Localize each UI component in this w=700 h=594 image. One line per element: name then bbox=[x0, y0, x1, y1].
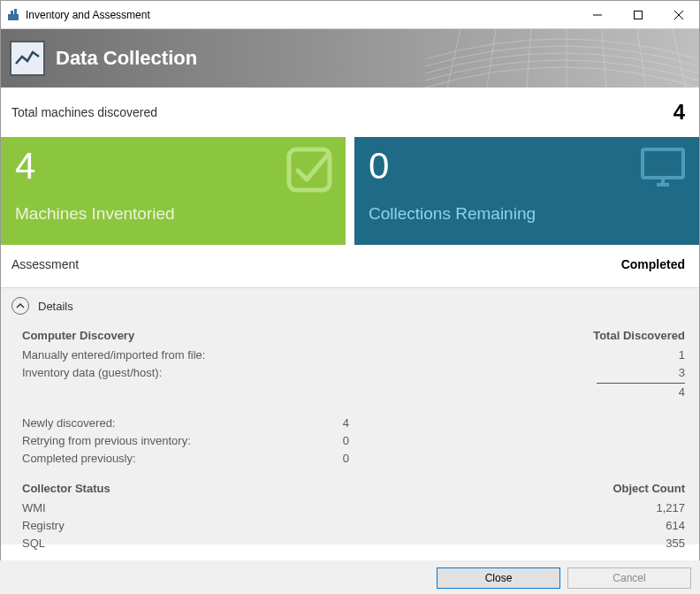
tile-machines-inventoried: 4 Machines Inventoried bbox=[1, 137, 346, 245]
monitor-icon bbox=[639, 146, 687, 191]
grid-decoration bbox=[425, 29, 699, 88]
svg-rect-1 bbox=[11, 11, 13, 14]
inventoried-value: 4 bbox=[15, 148, 331, 185]
discovery-row-value: 1 bbox=[544, 346, 685, 364]
discovery-total-row: 4 bbox=[22, 384, 685, 401]
window-controls bbox=[577, 1, 699, 28]
collector-value: 355 bbox=[544, 535, 685, 552]
remaining-value: 0 bbox=[369, 148, 685, 185]
svg-line-13 bbox=[673, 29, 686, 88]
minimize-button[interactable] bbox=[577, 1, 618, 29]
svg-rect-0 bbox=[8, 14, 19, 20]
svg-rect-14 bbox=[289, 149, 330, 190]
svg-line-9 bbox=[527, 29, 531, 88]
remaining-caption: Collections Remaining bbox=[369, 204, 685, 224]
details-section: Details Computer Discovery Total Discove… bbox=[1, 288, 699, 544]
collector-value: 1,217 bbox=[544, 499, 685, 517]
svg-rect-4 bbox=[635, 11, 643, 19]
collector-label: WMI bbox=[22, 499, 544, 517]
discovery-row: Manually entered/imported from file: 1 bbox=[22, 346, 685, 364]
collector-label: SQL bbox=[22, 535, 544, 552]
chart-icon bbox=[10, 41, 45, 76]
extra-value: 0 bbox=[314, 432, 349, 450]
extra-value: 0 bbox=[314, 450, 349, 468]
checkmark-icon bbox=[285, 146, 333, 196]
discovery-extra-row: Newly discovered: 4 bbox=[22, 415, 685, 432]
close-window-button[interactable] bbox=[658, 1, 699, 29]
extra-value: 4 bbox=[314, 415, 349, 432]
svg-line-12 bbox=[637, 29, 646, 88]
extra-label: Retrying from previous inventory: bbox=[22, 432, 314, 450]
window-title: Inventory and Assessment bbox=[26, 9, 577, 21]
assessment-row: Assessment Completed bbox=[1, 245, 699, 288]
discovery-row: Inventory data (guest/host): 3 bbox=[22, 364, 685, 384]
chevron-up-icon bbox=[11, 297, 29, 315]
svg-rect-15 bbox=[643, 149, 683, 178]
discovery-extra-row: Completed previously: 0 bbox=[22, 450, 685, 468]
extra-label: Completed previously: bbox=[22, 450, 314, 468]
inventoried-caption: Machines Inventoried bbox=[15, 204, 331, 224]
discovery-total: 4 bbox=[544, 384, 685, 401]
total-label: Total machines discovered bbox=[11, 105, 673, 119]
discovery-extra-row: Retrying from previous inventory: 0 bbox=[22, 432, 685, 450]
assessment-label: Assessment bbox=[11, 257, 621, 271]
extra-label: Newly discovered: bbox=[22, 415, 314, 432]
details-body: Computer Discovery Total Discovered Manu… bbox=[11, 327, 685, 553]
svg-line-11 bbox=[602, 29, 606, 88]
collector-label: Registry bbox=[22, 517, 544, 535]
svg-line-8 bbox=[487, 29, 496, 88]
page-title: Data Collection bbox=[56, 47, 197, 70]
object-count-label: Object Count bbox=[544, 480, 685, 498]
collector-value: 614 bbox=[544, 517, 685, 535]
total-value: 4 bbox=[673, 100, 685, 125]
titlebar: Inventory and Assessment bbox=[1, 1, 699, 29]
collector-row: WMI 1,217 bbox=[22, 499, 685, 517]
svg-rect-2 bbox=[14, 9, 17, 14]
assessment-status: Completed bbox=[621, 257, 685, 271]
total-discovered-label: Total Discovered bbox=[544, 327, 685, 345]
discovery-row-label: Manually entered/imported from file: bbox=[22, 346, 544, 364]
button-bar: Close Cancel bbox=[0, 560, 700, 594]
app-icon bbox=[6, 8, 20, 22]
discovery-row-value: 3 bbox=[544, 364, 685, 384]
close-button[interactable]: Close bbox=[437, 567, 560, 589]
collector-row: SQL 355 bbox=[22, 535, 685, 552]
total-machines-row: Total machines discovered 4 bbox=[1, 88, 699, 137]
discovery-row-label: Inventory data (guest/host): bbox=[22, 364, 544, 384]
tile-collections-remaining: 0 Collections Remaining bbox=[354, 137, 699, 245]
cancel-button: Cancel bbox=[567, 567, 691, 589]
collector-row: Registry 614 bbox=[22, 517, 685, 535]
details-label: Details bbox=[38, 300, 73, 313]
maximize-button[interactable] bbox=[618, 1, 658, 29]
computer-discovery-title: Computer Discovery bbox=[22, 327, 544, 345]
collector-status-title: Collector Status bbox=[22, 480, 544, 498]
details-toggle[interactable]: Details bbox=[11, 297, 685, 315]
tiles: 4 Machines Inventoried 0 Collections Rem… bbox=[1, 137, 699, 245]
header-ribbon: Data Collection bbox=[1, 29, 699, 88]
